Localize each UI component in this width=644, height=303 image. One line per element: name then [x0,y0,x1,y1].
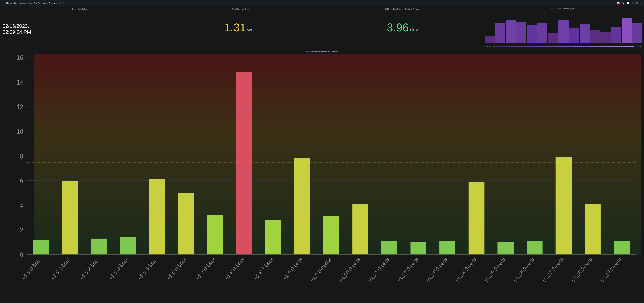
info-icon-time[interactable]: ℹ [163,8,164,10]
bar[interactable] [120,237,136,255]
legend-gradient [496,46,634,47]
info-icon-mean[interactable]: ℹ [324,8,324,10]
heatmap-bar-group [590,30,600,43]
mean-unit: day [410,27,418,33]
hamburger-menu[interactable]: ☰ [2,1,4,4]
bar-label: v1.12.0-beta [396,256,419,284]
heatmap-bar-group [538,23,548,43]
svg-text:12: 12 [17,103,23,111]
bar[interactable] [526,241,542,255]
heatmap-bar [538,23,548,43]
bar[interactable] [614,241,630,255]
svg-text:16: 16 [17,54,23,61]
heatmap-x-label: 01/03 [550,43,554,45]
sep1: › [13,2,13,4]
bar[interactable] [584,204,600,255]
bar[interactable] [498,242,514,255]
panel-date-last-release: Date of Last Release 02/16/2023, 02:59:0… [0,6,161,48]
heatmap-x-label: 01/09 [562,43,565,45]
breadcrumb-mergestat[interactable]: MergeStat Releases [28,2,46,4]
clock-icon[interactable]: 🕐 [627,2,630,4]
bar-label: v1.13.0-beta [426,256,448,284]
heatmap-x-label: 02/02 [606,43,609,45]
bar[interactable] [33,240,49,255]
bar-label: v1.15.0-beta [484,256,506,284]
panel-date-title: Date of Last Release [72,8,88,10]
legend-max: 3 Releases [635,45,642,47]
bar[interactable] [149,179,165,255]
heatmap-bar [558,20,568,43]
bar[interactable] [323,216,339,255]
bar[interactable] [236,72,252,255]
bar-label: v1.18.0-beta [571,256,593,284]
sep2: › [26,2,27,4]
bookmark-icon[interactable]: 🔖 [622,2,624,4]
bar[interactable] [207,215,223,255]
heatmap-x-label: 02/20 [639,43,642,45]
svg-text:10: 10 [17,127,23,135]
heatmap-x-label: 01/15 [572,43,576,45]
breadcrumb-releases: Releases [49,2,58,4]
breadcrumb-area: ☰ Home › Dashboards › MergeStat Releases… [2,1,64,4]
heatmap-x-label: 01/21 [584,43,587,45]
bar-chart-svg: 0246810121416v1.5.0-betav1.5.1-betav1.5.… [2,54,642,300]
svg-text:4: 4 [20,201,23,209]
heatmap-bar-group [527,25,537,43]
heatmap-bar-group [622,18,632,43]
panel-mean-title: 90d Mean Time Between MergeStat Releases [385,8,420,10]
date-value: 02/16/2023, 02:59:04 PM [2,23,158,35]
bar[interactable] [62,181,78,255]
bar-chart-icon[interactable]: 📊 [617,2,620,4]
bar[interactable] [265,220,281,255]
star-icon[interactable]: ☆ [60,2,62,4]
heatmap-bar [548,33,558,43]
bar-label: v1.5.0-beta [21,256,42,281]
bar[interactable] [410,242,426,255]
heatmap-bar-group [485,35,495,43]
monitor-icon[interactable]: 🖥 [636,2,638,4]
breadcrumb-dashboards[interactable]: Dashboards [14,2,25,4]
bar-label: v1.17.0-beta [542,256,564,284]
svg-text:6: 6 [20,177,23,185]
bar[interactable] [556,157,572,255]
date-line2: 02:59:04 PM [2,29,158,35]
bar[interactable] [91,239,107,255]
bar[interactable] [468,182,484,255]
time-number: 1.31 [224,22,246,33]
bar-label: v1.5.2-beta [79,256,100,281]
heatmap-x-label: 01/27 [595,43,598,45]
heatmap-bar-group [506,20,516,43]
chevron-down-icon[interactable]: ⌄ [640,2,642,4]
bar[interactable] [352,204,368,255]
sep3: › [47,2,48,4]
bar[interactable] [382,241,398,255]
heatmap-x-label: 1/28 [485,43,488,45]
dashboard: Date of Last Release 02/16/2023, 02:59:0… [0,6,644,303]
heatmap-container: 1/2812/0412/1012/1612/2212/2801/0301/090… [485,11,642,47]
gear-icon[interactable]: ⚙ [632,2,634,4]
mean-number: 3.96 [387,22,409,33]
bar[interactable] [294,158,310,255]
heatmap-x-label: 12/10 [506,43,510,45]
panel-days-since-release: ℹ Days Since Last Release, by Release 02… [0,49,644,303]
heatmap-bar-group [496,23,506,43]
share-icon[interactable]: ⤴ [62,2,64,4]
bar-label: v1.5.3-beta [108,256,129,281]
top-panels-row: Date of Last Release 02/16/2023, 02:59:0… [0,6,644,49]
breadcrumb-home[interactable]: Home [6,2,12,4]
panel-time-title: Time Since Last Release [232,8,251,10]
heatmap-x-labels: 1/2812/0412/1012/1612/2212/2801/0301/090… [485,43,642,45]
heatmap-bar-group [548,33,558,43]
date-line1: 02/16/2023, [2,23,158,29]
heatmap-bar [569,28,579,43]
heatmap-bar [600,32,610,43]
bar-label: v1.7.0-beta [195,256,216,281]
panel-time-since-release: ℹ Time Since Last Release 1.31 week [161,6,322,48]
heatmap-bar-group [611,27,621,43]
info-icon-bottom[interactable]: ℹ [2,50,2,52]
bar[interactable] [178,193,194,255]
heatmap-bar-group [600,32,610,43]
bar-label: v1.5.1-beta [50,256,71,281]
bar[interactable] [440,241,456,255]
heatmap-legend: 0.500 Releases 3 Releases [485,45,642,47]
